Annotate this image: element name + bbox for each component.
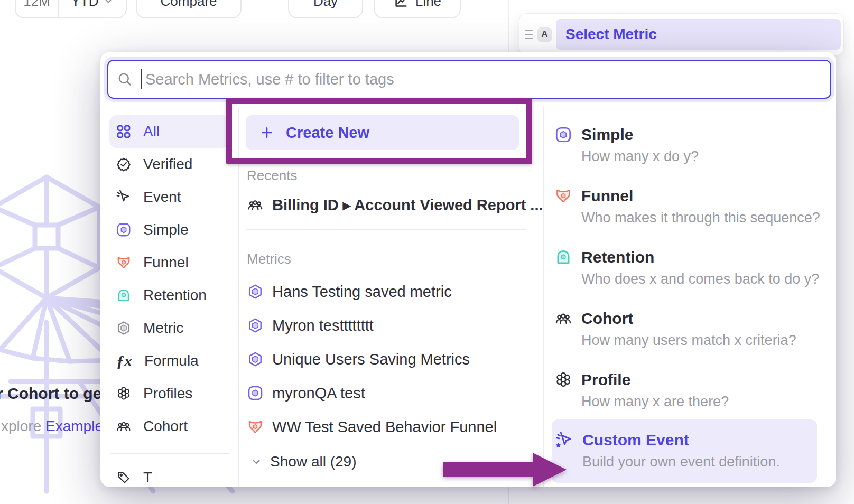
type-title: Funnel (581, 187, 820, 205)
cohort-people-icon (116, 418, 132, 434)
interval-day-button[interactable]: Day (288, 0, 363, 18)
type-title: Simple (581, 126, 699, 144)
metrics-header: Metrics (247, 251, 543, 267)
sidebar-item-event[interactable]: Event (109, 181, 230, 213)
example-reports-link[interactable]: Example (45, 418, 103, 434)
chevron-down-icon (103, 0, 114, 6)
filter-sidebar: All Verified Event Simple Funnel (100, 107, 238, 487)
type-title: Retention (581, 248, 819, 266)
custom-event-icon (554, 431, 573, 450)
background-explore-line: xplore Example (1, 418, 103, 435)
sidebar-item-profiles[interactable]: Profiles (109, 377, 230, 410)
type-title: Custom Event (582, 431, 780, 449)
explore-prefix-fragment: xplore (1, 418, 41, 434)
type-funnel[interactable]: Funnel Who makes it through this sequenc… (554, 187, 836, 226)
type-desc: How many users match x criteria? (581, 332, 796, 349)
sidebar-item-tag-partial[interactable]: T (109, 461, 230, 487)
select-metric-pill[interactable]: Select Metric (556, 19, 841, 50)
cohort-people-icon (247, 197, 264, 213)
metric-list-item[interactable]: WW Test Saved Behavior Funnel (246, 410, 543, 444)
metrics-list-column: Create New Recents Billing ID ▸ Account … (239, 107, 543, 487)
saved-metric-hexagon-icon (247, 283, 264, 300)
metric-list-item[interactable]: Hans Testing saved metric (246, 275, 543, 309)
metric-types-column: Simple How many x do y? Funnel Who makes… (544, 107, 836, 487)
type-title: Cohort (581, 310, 796, 328)
plus-icon (259, 125, 274, 140)
metric-picker-modal: All Verified Event Simple Funnel (100, 52, 836, 487)
profiles-flower-icon (554, 371, 572, 389)
drag-handle-icon[interactable] (523, 30, 534, 39)
date-range-segmented-control[interactable]: 12M YTD (15, 0, 127, 18)
funnel-icon (116, 255, 132, 270)
show-all-toggle[interactable]: Show all (29) (246, 453, 543, 470)
metric-row-letter-badge: A (537, 27, 552, 42)
create-new-button[interactable]: Create New (246, 115, 519, 150)
simple-squircle-icon (116, 222, 132, 238)
type-desc: How many x do y? (581, 148, 699, 165)
type-custom-event[interactable]: Custom Event Build your own event defini… (552, 419, 817, 483)
type-desc: Who makes it through this sequence? (581, 210, 820, 226)
sidebar-item-retention[interactable]: Retention (109, 279, 230, 312)
range-12m-button[interactable]: 12M (16, 0, 59, 17)
range-ytd-button[interactable]: YTD (59, 0, 126, 17)
type-cohort[interactable]: Cohort How many users match x criteria? (554, 310, 836, 349)
metric-list-item[interactable]: Unique Users Saving Metrics (246, 342, 543, 376)
metric-hexagon-icon (116, 320, 132, 336)
profiles-flower-icon (116, 386, 132, 402)
metric-list-item[interactable]: Myron testttttttt (246, 309, 543, 342)
type-desc: Who does x and comes back to do y? (581, 271, 819, 287)
verified-seal-icon (116, 156, 132, 172)
simple-squircle-icon (247, 385, 264, 402)
grid-icon (116, 124, 132, 139)
recent-item[interactable]: Billing ID ▸ Account Viewed Report ... (246, 192, 543, 218)
search-bar (107, 60, 831, 99)
app-root: r Cohort to ge xplore Example 12M YTD Co… (0, 0, 854, 504)
simple-squircle-icon (554, 126, 572, 144)
type-profile[interactable]: Profile How many x are there? (554, 371, 836, 410)
search-input[interactable] (142, 71, 830, 88)
sidebar-item-simple[interactable]: Simple (109, 213, 230, 246)
sidebar-item-formula[interactable]: ƒx Formula (109, 344, 230, 377)
saved-metric-hexagon-icon (247, 351, 264, 368)
line-chart-icon (393, 0, 409, 9)
chevron-down-icon (250, 455, 263, 468)
type-desc: Build your own event definition. (582, 454, 780, 470)
retention-arch-icon (116, 287, 132, 303)
saved-metric-hexagon-icon (247, 317, 264, 334)
search-icon (117, 71, 133, 87)
type-title: Profile (581, 371, 729, 389)
chart-type-line-button[interactable]: Line (374, 0, 461, 18)
funnel-icon (247, 418, 264, 435)
cohort-people-icon (554, 310, 572, 328)
metrics-list: Hans Testing saved metric Myron testtttt… (246, 275, 543, 444)
sidebar-item-verified[interactable]: Verified (109, 148, 230, 181)
sidebar-item-metric[interactable]: Metric (109, 312, 230, 344)
sidebar-divider (110, 453, 229, 454)
recents-metrics-divider (246, 229, 526, 230)
tag-icon (116, 470, 132, 486)
sidebar-item-funnel[interactable]: Funnel (109, 246, 230, 279)
type-retention[interactable]: Retention Who does x and comes back to d… (554, 248, 836, 287)
sidebar-item-cohort[interactable]: Cohort (109, 410, 230, 443)
event-cursor-icon (116, 189, 132, 205)
funnel-icon (554, 187, 572, 205)
retention-arch-icon (554, 248, 572, 266)
recents-header: Recents (247, 167, 543, 184)
compare-button[interactable]: Compare (136, 0, 242, 18)
metric-row-card: A Select Metric (519, 13, 844, 55)
type-desc: How many x are there? (581, 394, 729, 410)
sidebar-item-all[interactable]: All (109, 115, 230, 148)
modal-body: All Verified Event Simple Funnel (100, 107, 836, 487)
type-simple[interactable]: Simple How many x do y? (554, 126, 836, 165)
background-headline-fragment: r Cohort to ge (0, 385, 101, 403)
formula-fx-icon: ƒx (116, 352, 133, 370)
metric-list-item[interactable]: myronQA test (246, 376, 543, 410)
